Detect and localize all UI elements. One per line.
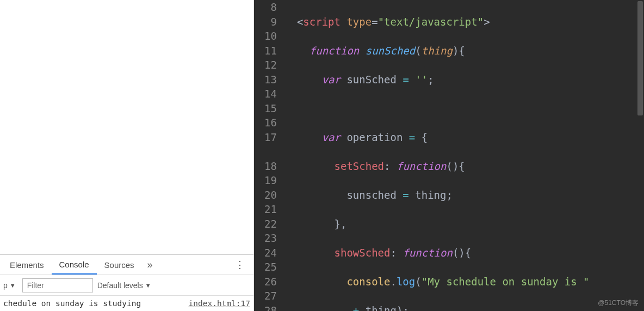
levels-label: Default levels xyxy=(97,281,143,290)
tab-sources[interactable]: Sources xyxy=(97,256,142,274)
line-number: 20 xyxy=(254,188,277,203)
scrollbar-thumb[interactable] xyxy=(637,1,643,115)
devtools-panel: Elements Console Sources » ⋮ p ▼ Default… xyxy=(0,0,254,311)
line-number: 25 xyxy=(254,260,277,275)
line-number: 18 xyxy=(254,159,277,174)
code-token: script xyxy=(303,16,340,28)
tab-sources-label: Sources xyxy=(104,260,134,270)
watermark: @51CTO博客 xyxy=(598,298,639,308)
line-number: 23 xyxy=(254,231,277,246)
console-toolbar: p ▼ Default levels ▼ xyxy=(0,275,253,296)
line-number: 15 xyxy=(254,101,277,116)
code-token: sunsched xyxy=(346,189,397,201)
line-number: 19 xyxy=(254,173,277,188)
code-token: thing xyxy=(415,189,446,201)
filter-input[interactable] xyxy=(22,278,93,292)
code-token: console xyxy=(346,276,390,288)
line-number: 22 xyxy=(254,217,277,231)
code-token: var xyxy=(322,74,340,86)
devtools-menu-icon[interactable]: ⋮ xyxy=(228,259,251,271)
editor-scrollbar[interactable] xyxy=(636,0,644,311)
line-number: 21 xyxy=(254,202,277,217)
code-token: sunSched xyxy=(346,74,397,86)
code-token: text/javascript xyxy=(384,16,478,28)
line-number: 24 xyxy=(254,246,277,260)
code-token: thing xyxy=(422,45,453,57)
code-token: function xyxy=(309,45,360,57)
code-token: function xyxy=(397,160,447,172)
code-token: '' xyxy=(415,74,428,86)
more-tabs-icon[interactable]: » xyxy=(142,259,158,271)
console-row: chedule on sunday is studying index.html… xyxy=(0,298,253,309)
console-source-link[interactable]: index.html:17 xyxy=(189,299,251,308)
code-token: sunSched xyxy=(366,45,416,57)
code-editor[interactable]: 8 9 10 11 12 13 14 15 16 17 18 19 20 21 … xyxy=(254,0,644,311)
console-message: chedule on sunday is studying xyxy=(3,299,189,308)
page-viewport xyxy=(0,0,253,254)
code-token: setSched xyxy=(335,160,385,172)
tab-elements[interactable]: Elements xyxy=(2,256,52,274)
code-token: showSched xyxy=(335,247,391,259)
code-token: function xyxy=(403,247,453,259)
code-token: operation xyxy=(346,131,403,143)
chevron-down-icon: ▼ xyxy=(10,282,16,289)
chevron-down-icon: ▼ xyxy=(145,282,151,289)
console-output: chedule on sunday is studying index.html… xyxy=(0,296,253,311)
code-content[interactable]: <script type="text/javascript"> function… xyxy=(284,0,644,311)
code-token: "My schedule on sunday is " xyxy=(422,276,590,288)
code-token: var xyxy=(322,131,340,143)
tab-console[interactable]: Console xyxy=(52,255,97,275)
line-gutter: 8 9 10 11 12 13 14 15 16 17 18 19 20 21 … xyxy=(254,0,284,311)
tab-console-label: Console xyxy=(59,260,89,269)
line-number: 8 xyxy=(254,0,277,15)
line-number: 17 xyxy=(254,130,277,145)
code-token: thing xyxy=(366,304,397,312)
line-number: 9 xyxy=(254,15,277,29)
line-number: 10 xyxy=(254,29,277,44)
log-levels-select[interactable]: Default levels ▼ xyxy=(97,281,154,290)
line-number: 28 xyxy=(254,303,277,312)
line-number: 12 xyxy=(254,58,277,72)
line-number: 27 xyxy=(254,289,277,303)
line-number: 14 xyxy=(254,87,277,101)
line-number: 13 xyxy=(254,72,277,87)
line-number-blank xyxy=(254,144,277,159)
line-number: 26 xyxy=(254,275,277,289)
code-token: type xyxy=(346,16,371,28)
code-token: log xyxy=(397,276,415,288)
context-select[interactable]: p ▼ xyxy=(1,281,18,290)
tab-elements-label: Elements xyxy=(10,260,44,270)
line-number: 16 xyxy=(254,115,277,130)
line-number: 11 xyxy=(254,44,277,58)
context-label: p xyxy=(3,281,8,290)
devtools-tabbar: Elements Console Sources » ⋮ xyxy=(0,254,253,275)
